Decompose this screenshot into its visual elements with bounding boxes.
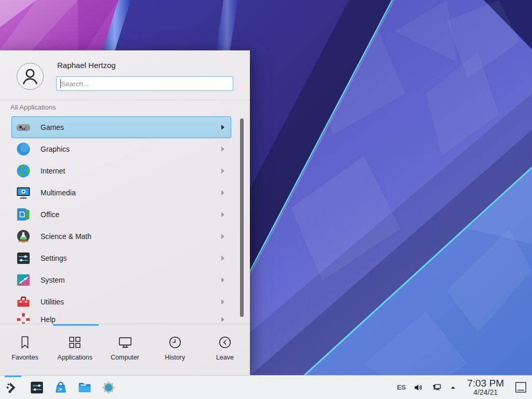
expand-tray-icon[interactable] bbox=[449, 383, 457, 392]
launcher-tab-bar: Favorites Applications Computer History bbox=[0, 326, 250, 375]
submenu-arrow-icon bbox=[221, 147, 224, 152]
system-settings-icon[interactable] bbox=[29, 380, 45, 395]
app-category-row[interactable]: Graphics bbox=[11, 138, 231, 160]
search-input[interactable] bbox=[56, 76, 233, 91]
app-category-row[interactable]: Office bbox=[11, 204, 231, 225]
active-tab-indicator bbox=[53, 324, 99, 326]
konqueror-icon[interactable] bbox=[101, 380, 116, 395]
separator bbox=[0, 324, 250, 324]
system-tray: ES 7:03 PM bbox=[397, 378, 532, 397]
app-category-row[interactable]: Games bbox=[11, 116, 231, 138]
launcher-tab[interactable]: Computer bbox=[100, 326, 150, 375]
app-category-row[interactable]: Internet bbox=[11, 160, 231, 182]
leave-icon bbox=[217, 335, 233, 350]
launcher-tab[interactable]: Leave bbox=[200, 326, 250, 375]
network-icon[interactable] bbox=[431, 382, 442, 393]
submenu-arrow-icon bbox=[221, 299, 224, 304]
submenu-arrow-icon bbox=[221, 317, 224, 322]
system-sliders-icon bbox=[15, 272, 32, 288]
multimedia-icon bbox=[15, 184, 32, 201]
application-launcher-menu: Raphael Hertzog All Applications Games G… bbox=[0, 50, 250, 375]
user-avatar[interactable] bbox=[17, 63, 44, 90]
app-grid-icon bbox=[67, 335, 83, 350]
toolbox-icon bbox=[15, 294, 32, 310]
taskbar-launchers bbox=[0, 380, 116, 395]
office-icon bbox=[15, 206, 32, 223]
science-icon bbox=[15, 228, 32, 245]
history-clock-icon bbox=[167, 335, 183, 350]
launcher-tab[interactable]: Applications bbox=[50, 326, 100, 375]
globe-icon bbox=[15, 163, 32, 179]
volume-icon[interactable] bbox=[413, 382, 424, 393]
submenu-arrow-icon bbox=[221, 256, 224, 261]
app-category-row[interactable]: Settings bbox=[11, 247, 231, 269]
app-category-list: Games Graphics Internet Multi bbox=[0, 116, 239, 324]
keyboard-layout-indicator[interactable]: ES bbox=[397, 383, 406, 391]
clock-time: 7:03 PM bbox=[467, 378, 504, 389]
person-icon bbox=[17, 63, 43, 89]
kickoff-launcher-icon[interactable] bbox=[5, 380, 21, 395]
scrollbar[interactable] bbox=[240, 118, 244, 317]
launcher-tab[interactable]: Favorites bbox=[0, 326, 50, 375]
app-category-row[interactable]: Multimedia bbox=[11, 182, 231, 204]
settings-sliders-icon bbox=[15, 250, 32, 267]
desktop: Raphael Hertzog All Applications Games G… bbox=[0, 0, 532, 399]
dolphin-icon[interactable] bbox=[77, 380, 92, 395]
discover-icon[interactable] bbox=[53, 380, 69, 395]
launcher-header: Raphael Hertzog bbox=[0, 50, 250, 100]
submenu-arrow-icon bbox=[221, 190, 224, 195]
computer-icon bbox=[117, 335, 133, 350]
clock-date: 4/24/21 bbox=[473, 389, 498, 396]
bookmark-icon bbox=[17, 335, 33, 350]
clock[interactable]: 7:03 PM 4/24/21 bbox=[467, 378, 504, 397]
app-category-row[interactable]: Science & Math bbox=[11, 225, 231, 247]
app-category-row[interactable]: Help bbox=[11, 309, 231, 324]
section-label: All Applications bbox=[10, 103, 56, 111]
submenu-arrow-icon bbox=[221, 234, 224, 239]
gamepad-icon bbox=[15, 119, 32, 136]
search-box bbox=[56, 76, 233, 91]
launcher-tab[interactable]: History bbox=[150, 326, 200, 375]
taskbar: ES 7:03 PM bbox=[0, 375, 532, 399]
submenu-arrow-icon bbox=[221, 212, 224, 217]
app-category-row[interactable]: System bbox=[11, 269, 231, 291]
submenu-arrow-icon bbox=[221, 277, 224, 283]
user-name: Raphael Hertzog bbox=[57, 61, 116, 70]
submenu-arrow-icon bbox=[221, 168, 224, 174]
graphics-sphere-icon bbox=[15, 141, 32, 157]
text-caret bbox=[60, 79, 61, 88]
submenu-arrow-icon bbox=[221, 125, 224, 130]
lifebuoy-icon bbox=[15, 311, 32, 324]
show-desktop-button[interactable] bbox=[514, 380, 528, 394]
